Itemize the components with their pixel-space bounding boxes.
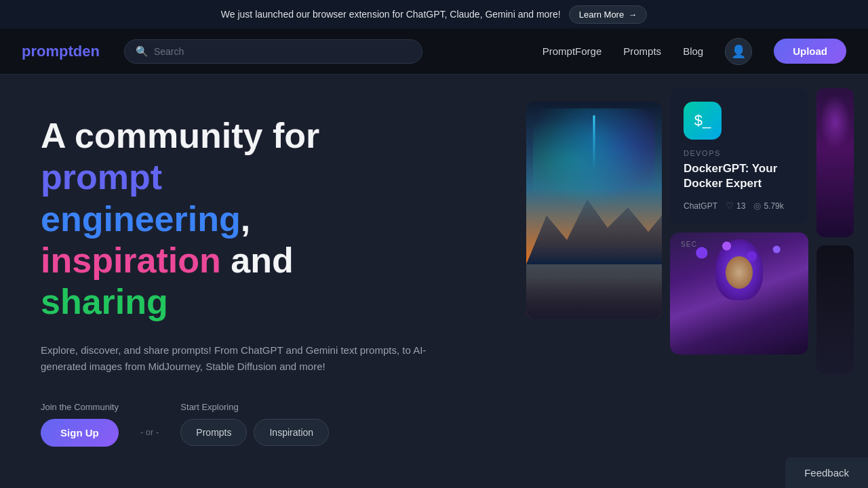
navbar: promptden 🔍 PromptForge Prompts Blog 👤 U… (0, 28, 868, 75)
edge-image-top (816, 88, 854, 237)
portrait-card[interactable]: SEC (670, 232, 808, 354)
announcement-banner: We just launched our browser extension f… (0, 0, 868, 28)
join-group: Join the Community Sign Up (41, 402, 119, 447)
title-word-engineering: engineering (41, 199, 241, 239)
docker-views: ◎ 5.79k (753, 201, 783, 211)
inspiration-button[interactable]: Inspiration (254, 419, 329, 446)
heart-icon: ♡ (726, 201, 734, 211)
sec-label: SEC (681, 241, 697, 248)
docker-likes: ♡ 13 (726, 201, 745, 211)
nav-link-blog[interactable]: Blog (683, 45, 703, 57)
docker-card[interactable]: $_ DEVOPS DockerGPT: Your Docker Expert … (670, 88, 808, 224)
nav-link-prompts[interactable]: Prompts (623, 45, 661, 57)
title-word-prompt: prompt (41, 157, 162, 197)
signup-button[interactable]: Sign Up (41, 419, 119, 447)
nav-links: PromptForge Prompts Blog 👤 Upload (542, 38, 846, 65)
feedback-button[interactable]: Feedback (785, 458, 868, 488)
docker-card-icon: $_ (684, 102, 722, 140)
nav-link-promptforge[interactable]: PromptForge (542, 45, 602, 57)
user-icon: 👤 (731, 44, 746, 59)
hero-subtitle: Explore, discover, and share prompts! Fr… (41, 342, 434, 375)
explore-label: Start Exploring (180, 402, 329, 412)
edge-image-bottom (816, 245, 854, 374)
portrait-image (670, 232, 808, 354)
upload-button[interactable]: Upload (774, 39, 846, 64)
hero-content: A community for prompt engineering, insp… (0, 75, 475, 488)
search-input[interactable] (154, 46, 411, 57)
docker-card-category: DEVOPS (684, 149, 795, 157)
explore-group: Start Exploring Prompts Inspiration (180, 402, 329, 446)
landscape-image-column (526, 102, 662, 319)
landscape-image (526, 102, 662, 319)
eye-icon: ◎ (753, 201, 761, 211)
title-word-sharing: sharing (41, 282, 168, 321)
docker-card-meta: ChatGPT ♡ 13 ◎ 5.79k (684, 201, 795, 211)
search-container: 🔍 (124, 39, 422, 64)
logo-prefix: prompt (22, 43, 73, 60)
cards-column: $_ DEVOPS DockerGPT: Your Docker Expert … (670, 88, 808, 354)
hero-title: A community for prompt engineering, insp… (41, 115, 434, 323)
terminal-icon: $_ (694, 112, 711, 129)
prompts-button[interactable]: Prompts (180, 419, 247, 446)
learn-more-button[interactable]: Learn More → (569, 5, 647, 24)
logo[interactable]: promptden (22, 43, 100, 60)
user-avatar-button[interactable]: 👤 (725, 38, 752, 65)
or-divider: - or - (140, 427, 159, 437)
cta-section: Join the Community Sign Up - or - Start … (41, 402, 434, 447)
banner-text: We just launched our browser extension f… (221, 9, 561, 20)
aurora-effect (533, 108, 655, 210)
docker-card-title: DockerGPT: Your Docker Expert (684, 161, 795, 191)
title-word-inspiration: inspiration (41, 241, 221, 280)
hero-section: A community for prompt engineering, insp… (0, 75, 868, 488)
logo-suffix: den (73, 43, 100, 60)
search-icon: 🔍 (136, 45, 149, 58)
hero-right-panel: $_ DEVOPS DockerGPT: Your Docker Expert … (515, 75, 868, 488)
water-effect (526, 264, 662, 319)
join-label: Join the Community (41, 402, 119, 412)
docker-platform: ChatGPT (684, 201, 717, 211)
